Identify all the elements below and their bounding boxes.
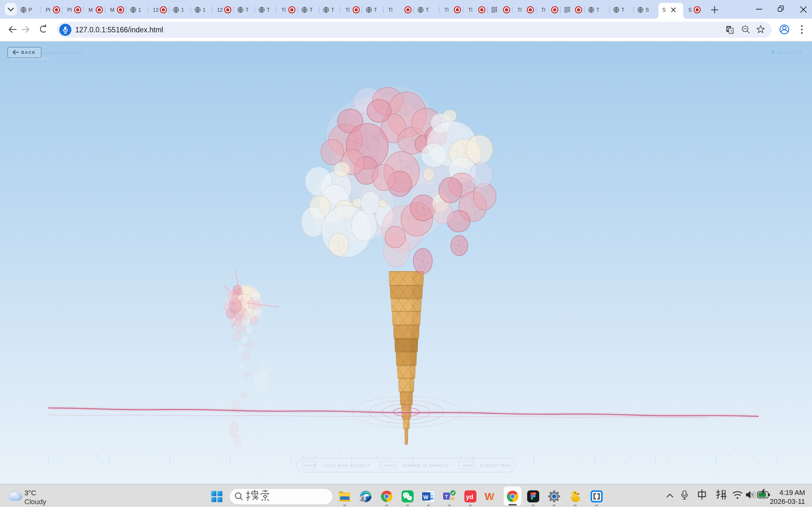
- svg-text:Pl: Pl: [46, 7, 50, 13]
- svg-text:BACK: BACK: [21, 50, 36, 55]
- svg-text:1: 1: [203, 7, 206, 13]
- svg-text:T: T: [621, 7, 624, 13]
- svg-text:W: W: [485, 491, 495, 502]
- svg-text:Tl: Tl: [281, 7, 286, 13]
- svg-text:S: S: [662, 7, 666, 13]
- svg-text:COLD WIND HOLDS IT: COLD WIND HOLDS IT: [324, 464, 370, 467]
- svg-text:MOVE: MOVE: [462, 464, 473, 467]
- svg-text:VOICE: VOICE: [384, 464, 395, 467]
- svg-text:SPACE: SPACE: [305, 464, 316, 467]
- svg-text:CURSOR TRAIL: CURSOR TRAIL: [480, 464, 512, 467]
- svg-text:12: 12: [153, 7, 159, 13]
- svg-text:MIC ACTIVE: MIC ACTIVE: [778, 51, 803, 55]
- svg-text:Tl: Tl: [444, 7, 449, 13]
- svg-text:W: W: [423, 494, 429, 500]
- svg-text:Tl: Tl: [517, 7, 521, 13]
- svg-text:3°C: 3°C: [24, 489, 36, 497]
- svg-text:Tl: Tl: [388, 7, 392, 13]
- svg-text:T: T: [310, 7, 313, 13]
- svg-text:T: T: [331, 7, 334, 13]
- svg-text:JY: JY: [451, 497, 454, 500]
- svg-text:T: T: [267, 7, 270, 13]
- svg-text:1: 1: [138, 7, 141, 13]
- svg-text:A FROZEN SIGNAL DRIFTS THROUGH: A FROZEN SIGNAL DRIFTS THROUGH THE COLD …: [88, 52, 653, 55]
- svg-text:INDIVIDUAL PATH: INDIVIDUAL PATH: [11, 57, 49, 60]
- svg-text:Tl: Tl: [468, 7, 472, 13]
- svg-text:SCREAM TO SMASH IT: SCREAM TO SMASH IT: [402, 464, 450, 467]
- svg-text:Pl: Pl: [67, 7, 72, 13]
- svg-text:文: 文: [730, 29, 734, 33]
- svg-text:Tl: Tl: [345, 7, 350, 13]
- svg-text:12: 12: [217, 7, 223, 13]
- svg-text:1: 1: [181, 7, 184, 13]
- svg-text:2026-03-11: 2026-03-11: [770, 498, 805, 505]
- svg-text:yd: yd: [466, 493, 473, 500]
- svg-text:P: P: [29, 7, 32, 13]
- svg-text:T: T: [426, 7, 429, 13]
- svg-text:SOUND SOFT SERVE: SOUND SOFT SERVE: [44, 51, 83, 55]
- svg-text:T: T: [246, 7, 249, 13]
- svg-text:M: M: [110, 7, 114, 13]
- svg-text:Tl: Tl: [541, 7, 545, 13]
- svg-text:Cloudy: Cloudy: [24, 498, 46, 506]
- svg-text:T: T: [445, 494, 448, 499]
- svg-text:4:19 AM: 4:19 AM: [779, 489, 805, 497]
- svg-text:S: S: [646, 7, 649, 13]
- svg-text:S: S: [688, 7, 692, 13]
- svg-text:T: T: [374, 7, 377, 13]
- svg-text:M: M: [89, 7, 93, 13]
- svg-text:T: T: [596, 7, 600, 13]
- svg-text:127.0.0.1:55166/index.html: 127.0.0.1:55166/index.html: [75, 26, 163, 34]
